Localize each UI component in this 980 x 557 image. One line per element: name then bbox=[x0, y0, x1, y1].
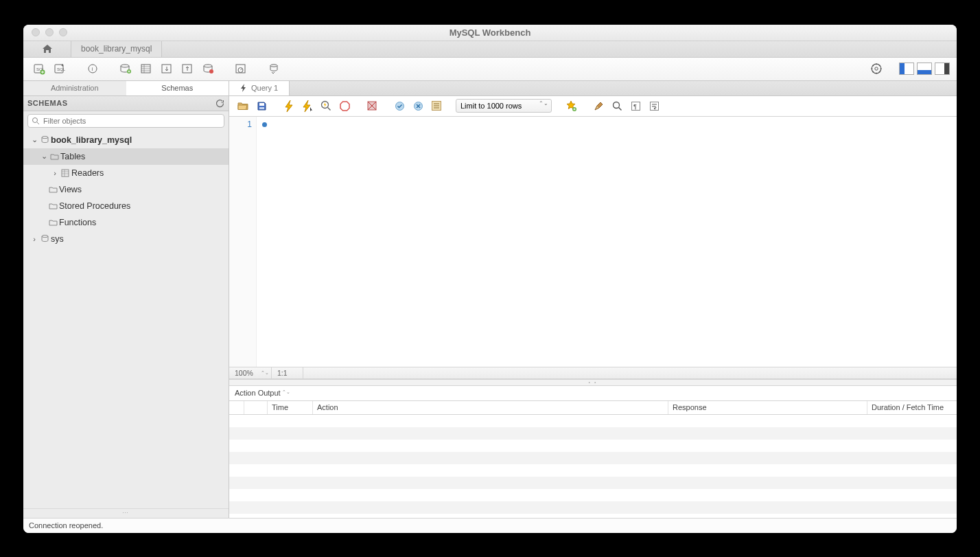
pilcrow-icon: ¶ bbox=[631, 101, 641, 111]
svg-point-7 bbox=[121, 65, 129, 67]
dashboard-button[interactable] bbox=[232, 60, 250, 78]
output-col-action[interactable]: Action bbox=[313, 401, 668, 414]
find-button[interactable] bbox=[609, 98, 625, 114]
sidebar-tabs: Administration Schemas bbox=[23, 81, 229, 96]
output-col-duration[interactable]: Duration / Fetch Time bbox=[867, 401, 957, 414]
svg-point-19 bbox=[33, 117, 38, 122]
schema-node-book-library[interactable]: ⌄ book_library_mysql bbox=[23, 132, 229, 148]
rebuild-button[interactable] bbox=[265, 60, 283, 78]
tab-schemas[interactable]: Schemas bbox=[126, 81, 229, 95]
stop-button[interactable] bbox=[336, 98, 353, 114]
execute-button[interactable] bbox=[281, 98, 297, 114]
stored-procedures-folder[interactable]: Stored Procedures bbox=[23, 198, 229, 214]
data-import-button[interactable] bbox=[178, 60, 196, 78]
row-limit-select[interactable]: Limit to 1000 rows bbox=[456, 99, 552, 113]
add-snippet-button[interactable] bbox=[563, 98, 579, 114]
output-col-time[interactable]: Time bbox=[268, 401, 313, 414]
content-area: Administration Schemas SCHEMAS ⌄ book_li… bbox=[23, 81, 957, 518]
disclosure-down-icon: ⌄ bbox=[40, 152, 48, 161]
rollback-button[interactable] bbox=[410, 98, 426, 114]
inspector-button[interactable]: i bbox=[84, 60, 102, 78]
svg-point-31 bbox=[613, 102, 619, 108]
output-rows bbox=[229, 415, 957, 518]
tables-folder[interactable]: ⌄ Tables bbox=[23, 148, 229, 165]
filter-objects-field[interactable] bbox=[27, 114, 224, 128]
views-folder[interactable]: Views bbox=[23, 181, 229, 198]
broom-icon bbox=[594, 101, 604, 111]
svg-point-18 bbox=[875, 67, 878, 70]
server-stop-button[interactable] bbox=[199, 60, 217, 78]
toggle-output-button[interactable] bbox=[917, 62, 932, 75]
stop-icon bbox=[340, 101, 350, 111]
connection-tab-label: book_library_mysql bbox=[81, 44, 152, 54]
new-sql-tab-button[interactable]: SQL bbox=[30, 60, 48, 78]
toggle-limit-button[interactable] bbox=[428, 98, 445, 114]
schema-node-sys[interactable]: › sys bbox=[23, 231, 229, 247]
cursor-position: 1:1 bbox=[272, 367, 303, 378]
table-readers[interactable]: › Readers bbox=[23, 165, 229, 181]
functions-folder[interactable]: Functions bbox=[23, 214, 229, 231]
tables-label: Tables bbox=[60, 152, 85, 161]
toggle-autocommit-button[interactable] bbox=[364, 98, 380, 114]
editor-body[interactable] bbox=[257, 117, 957, 367]
home-icon bbox=[42, 44, 53, 54]
output-row-empty bbox=[229, 440, 957, 452]
sql-editor[interactable]: 1 bbox=[229, 117, 957, 367]
svg-rect-21 bbox=[62, 170, 69, 177]
data-export-button[interactable] bbox=[158, 60, 176, 78]
search-icon bbox=[612, 101, 622, 111]
toggle-invisible-button[interactable]: ¶ bbox=[627, 98, 644, 114]
wrap-icon bbox=[649, 101, 660, 111]
connection-tab[interactable]: book_library_mysql bbox=[71, 41, 162, 57]
no-commit-icon bbox=[366, 100, 377, 111]
folder-icon bbox=[47, 185, 59, 194]
folder-icon bbox=[47, 218, 59, 227]
sidebar: Administration Schemas SCHEMAS ⌄ book_li… bbox=[23, 81, 229, 518]
explain-button[interactable] bbox=[318, 98, 334, 114]
open-sql-button[interactable]: SQL bbox=[51, 60, 69, 78]
commit-button[interactable] bbox=[391, 98, 408, 114]
row-limit-label: Limit to 1000 rows bbox=[460, 102, 522, 110]
open-file-button[interactable] bbox=[235, 98, 251, 114]
toggle-wrap-button[interactable] bbox=[646, 98, 662, 114]
limit-toggle-icon bbox=[431, 100, 442, 111]
execute-current-button[interactable] bbox=[299, 98, 316, 114]
cursor-position-value: 1:1 bbox=[277, 369, 288, 377]
query-tabstrip: Query 1 bbox=[229, 81, 957, 96]
refresh-schemas-icon[interactable] bbox=[215, 99, 224, 108]
settings-button[interactable] bbox=[867, 60, 885, 78]
output-type-label: Action Output bbox=[235, 389, 281, 397]
tab-administration[interactable]: Administration bbox=[23, 81, 126, 95]
toggle-secondary-sidebar-button[interactable] bbox=[935, 62, 950, 75]
output-split-handle[interactable]: • • bbox=[229, 379, 957, 386]
svg-text:¶: ¶ bbox=[633, 103, 637, 110]
schemas-header: SCHEMAS bbox=[23, 96, 229, 111]
save-file-button[interactable] bbox=[253, 98, 270, 114]
filter-objects-input[interactable] bbox=[43, 117, 220, 125]
output-row-empty bbox=[229, 427, 957, 440]
cursor-marker-icon bbox=[262, 122, 267, 127]
disclosure-down-icon: ⌄ bbox=[30, 135, 38, 144]
zoom-stepper[interactable]: 100% bbox=[229, 367, 272, 378]
statusbar: Connection reopened. bbox=[23, 518, 957, 533]
home-tab[interactable] bbox=[23, 41, 71, 57]
folder-icon bbox=[48, 152, 60, 161]
status-button[interactable] bbox=[137, 60, 155, 78]
zoom-value: 100% bbox=[235, 369, 253, 377]
output-col-status[interactable] bbox=[229, 401, 244, 414]
stored-procedures-label: Stored Procedures bbox=[59, 201, 130, 211]
output-type-select[interactable]: Action Output bbox=[232, 389, 292, 397]
svg-point-16 bbox=[270, 65, 277, 67]
output-header: Action Output bbox=[229, 386, 957, 401]
toggle-sidebar-button[interactable] bbox=[899, 62, 914, 75]
gear-icon bbox=[870, 62, 883, 75]
sidebar-resize-handle[interactable]: ⋯ bbox=[23, 508, 229, 518]
lightning-icon bbox=[285, 100, 294, 112]
output-row-empty bbox=[229, 452, 957, 464]
query-tab-1[interactable]: Query 1 bbox=[229, 81, 290, 95]
user-admin-button[interactable] bbox=[117, 60, 135, 78]
output-col-response[interactable]: Response bbox=[668, 401, 867, 414]
database-icon bbox=[38, 135, 51, 144]
output-col-index[interactable] bbox=[244, 401, 268, 414]
beautify-button[interactable] bbox=[590, 98, 607, 114]
